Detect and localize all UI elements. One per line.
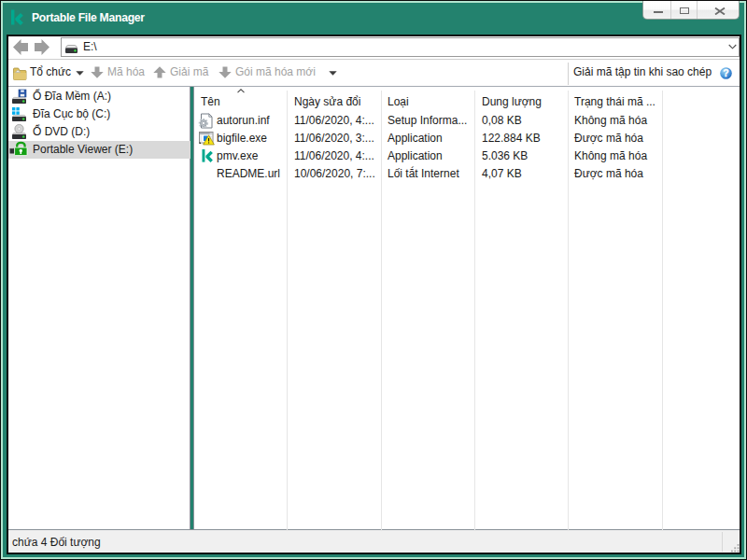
svg-text:?: ?	[723, 67, 728, 78]
